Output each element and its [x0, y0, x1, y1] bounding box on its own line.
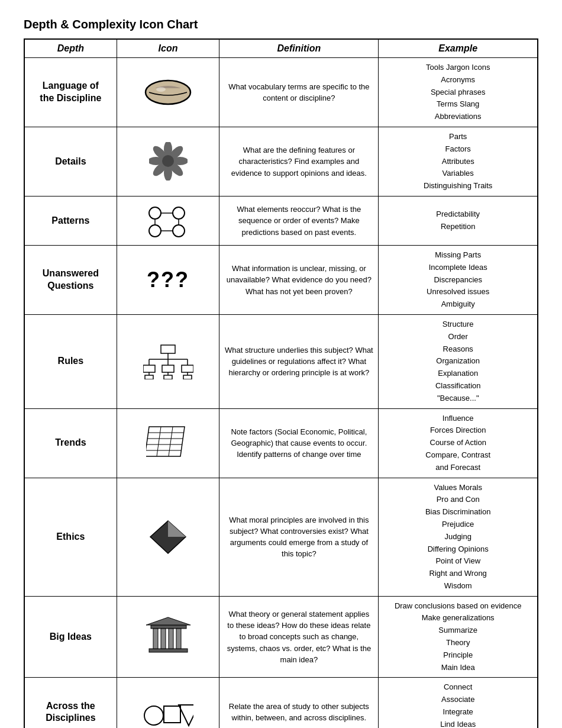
svg-point-0 — [146, 80, 190, 104]
table-row: Language ofthe Discipline What vocabular… — [24, 58, 538, 127]
def-text: What elements reoccur? What is the seque… — [237, 205, 361, 236]
icon-rules — [122, 341, 215, 382]
svg-rect-31 — [145, 375, 153, 379]
icon-details — [122, 141, 215, 182]
svg-rect-49 — [176, 629, 181, 649]
depth-label: Ethics — [56, 531, 85, 542]
def-text: What information is unclear, missing, or… — [227, 264, 372, 295]
svg-rect-43 — [149, 649, 188, 652]
def-text: Relate the area of study to other subjec… — [229, 702, 369, 722]
header-depth: Depth — [24, 39, 117, 58]
table-row: Rules — [24, 314, 538, 408]
ex-text: Draw conclusions based on evidenceMake g… — [395, 601, 522, 672]
depth-label: Details — [55, 156, 86, 166]
table-row: Big Ideas — [24, 596, 538, 678]
ex-text: PartsFactorsAttributesVariablesDistingui… — [424, 132, 492, 190]
depth-label: UnansweredQuestions — [43, 268, 99, 291]
table-row: Trends — [24, 408, 538, 478]
def-text: What moral principles are involved in th… — [229, 516, 369, 559]
svg-rect-46 — [153, 629, 158, 649]
header-icon: Icon — [117, 39, 219, 58]
def-text: What structure underlies this subject? W… — [225, 346, 373, 377]
header-definition: Definition — [219, 39, 379, 58]
table-row: Patterns What elements — [24, 196, 538, 245]
depth-label: Rules — [58, 356, 84, 366]
depth-label: Patterns — [51, 215, 89, 226]
table-row: Details — [24, 127, 538, 196]
ex-text: PredictabilityRepetition — [436, 210, 480, 231]
page-title: Depth & Complexity Icon Chart — [24, 18, 538, 31]
table-row: Across theDisciplines Relate the area of… — [24, 678, 538, 728]
svg-rect-27 — [182, 365, 193, 372]
svg-line-39 — [157, 427, 161, 456]
depth-label: Language ofthe Discipline — [40, 80, 101, 103]
def-text: Note factors (Social Economic, Political… — [231, 427, 367, 459]
svg-rect-47 — [161, 629, 166, 649]
ex-text: ConnectAssociateIntegrateLind IdeasCross… — [420, 682, 496, 728]
svg-point-13 — [149, 225, 161, 237]
depth-label: Trends — [55, 437, 86, 447]
svg-point-10 — [162, 155, 174, 167]
table-row: Ethics What moral principles are involve… — [24, 478, 538, 596]
ex-text: Missing PartsIncomplete IdeasDiscrepanci… — [427, 250, 489, 308]
icon-language-discipline — [122, 72, 215, 113]
icon-unanswered-questions: ??? — [122, 259, 215, 301]
def-text: What theory or general statement applies… — [227, 610, 371, 664]
header-example: Example — [379, 39, 538, 58]
ex-text: Values MoralsPro and ConBias Discriminat… — [425, 483, 491, 590]
svg-point-1 — [156, 87, 166, 92]
ex-text: Tools Jargon IconsAcronymsSpecial phrase… — [426, 63, 490, 121]
table-row: UnansweredQuestions ??? What information… — [24, 245, 538, 314]
icon-trends — [122, 423, 215, 464]
icon-chart-table: Depth Icon Definition Example Language o… — [24, 38, 538, 728]
svg-marker-45 — [146, 617, 190, 625]
icon-across-disciplines — [122, 691, 215, 728]
svg-rect-26 — [162, 365, 174, 372]
depth-label: Across theDisciplines — [46, 701, 95, 723]
svg-point-12 — [173, 207, 185, 219]
def-text: What vocabulary terms are specific to th… — [228, 82, 369, 102]
svg-rect-51 — [164, 706, 180, 723]
svg-point-50 — [144, 706, 163, 725]
svg-rect-44 — [151, 625, 186, 629]
ex-text: InfluenceForces DirectionCourse of Actio… — [425, 414, 490, 472]
svg-rect-25 — [143, 365, 155, 372]
svg-rect-34 — [146, 427, 185, 456]
def-text: What are the defining features or charac… — [231, 146, 367, 177]
depth-label: Big Ideas — [50, 632, 92, 642]
svg-rect-48 — [169, 629, 173, 649]
svg-rect-32 — [164, 375, 172, 379]
question-marks-icon: ??? — [147, 268, 189, 292]
svg-point-11 — [149, 207, 161, 219]
icon-patterns — [122, 200, 215, 241]
svg-rect-33 — [183, 375, 192, 379]
svg-rect-19 — [161, 345, 175, 353]
icon-big-ideas — [122, 616, 215, 658]
svg-point-14 — [173, 225, 185, 237]
icon-ethics — [122, 516, 215, 558]
ex-text: StructureOrderReasonsOrganizationExplana… — [435, 320, 481, 402]
svg-line-40 — [169, 427, 173, 456]
